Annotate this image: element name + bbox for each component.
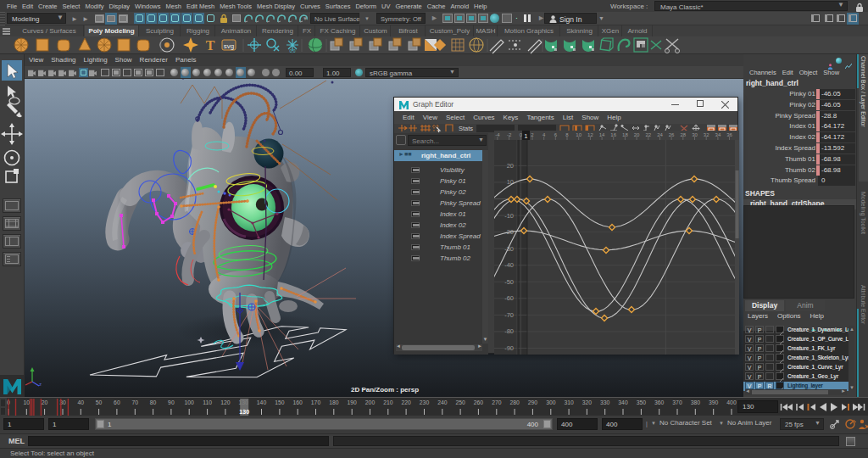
svg-text:-40: -40 <box>504 261 514 269</box>
svg-text:-2: -2 <box>507 132 512 137</box>
svg-text:380: 380 <box>691 399 701 405</box>
svg-text:310: 310 <box>564 399 574 405</box>
svg-text:36: 36 <box>726 132 732 137</box>
svg-text:16: 16 <box>610 132 616 137</box>
svg-text:70: 70 <box>132 399 139 405</box>
svg-text:320: 320 <box>582 399 593 405</box>
svg-text:100: 100 <box>185 399 195 405</box>
svg-text:50: 50 <box>96 399 103 405</box>
svg-text:18: 18 <box>622 132 628 137</box>
svg-text:12: 12 <box>587 132 593 137</box>
svg-text:60: 60 <box>114 399 120 405</box>
svg-text:20: 20 <box>507 162 514 170</box>
svg-text:-80: -80 <box>504 327 514 335</box>
svg-text:-10: -10 <box>504 212 514 220</box>
svg-text:250: 250 <box>455 399 465 405</box>
svg-text:80: 80 <box>150 399 157 405</box>
svg-text:330: 330 <box>600 399 610 405</box>
svg-text:24: 24 <box>657 132 663 137</box>
svg-text:10: 10 <box>576 132 581 137</box>
svg-text:360: 360 <box>654 399 665 405</box>
svg-text:160: 160 <box>293 399 303 405</box>
svg-text:T: T <box>206 38 215 53</box>
svg-text:260: 260 <box>474 399 484 405</box>
svg-text:z: z <box>39 382 42 387</box>
svg-text:30: 30 <box>692 132 698 137</box>
svg-text:Stats: Stats <box>459 125 473 132</box>
svg-text:1: 1 <box>525 133 528 139</box>
svg-text:170: 170 <box>311 399 321 405</box>
svg-text:-4: -4 <box>495 132 500 137</box>
svg-text:20: 20 <box>42 399 48 405</box>
svg-text:220: 220 <box>401 399 411 405</box>
svg-text:210: 210 <box>383 399 393 405</box>
svg-text:-60: -60 <box>504 294 514 302</box>
svg-text:370: 370 <box>672 399 682 405</box>
svg-text:0,0: 0,0 <box>290 48 296 53</box>
svg-text:26: 26 <box>669 132 675 137</box>
svg-text:28: 28 <box>680 132 686 137</box>
svg-text:-90: -90 <box>504 344 514 352</box>
svg-text:150: 150 <box>275 399 285 405</box>
svg-text:350: 350 <box>637 399 647 405</box>
svg-text:120: 120 <box>220 399 231 405</box>
svg-text:230: 230 <box>420 399 430 405</box>
svg-text:22: 22 <box>645 132 651 137</box>
svg-text:90: 90 <box>168 399 175 405</box>
svg-text:130: 130 <box>239 409 249 415</box>
svg-text:190: 190 <box>348 399 358 405</box>
svg-text:-50: -50 <box>504 278 514 286</box>
svg-text:140: 140 <box>257 399 267 405</box>
svg-text:390: 390 <box>709 399 719 405</box>
svg-text:32: 32 <box>704 132 709 137</box>
svg-text:20: 20 <box>634 132 640 137</box>
svg-text:340: 340 <box>618 399 628 405</box>
svg-text:300: 300 <box>546 399 556 405</box>
svg-text:280: 280 <box>509 399 520 405</box>
svg-text:200: 200 <box>365 399 376 405</box>
svg-text:svg: svg <box>224 42 234 50</box>
svg-text:110: 110 <box>203 399 212 405</box>
svg-text:180: 180 <box>329 399 339 405</box>
svg-text:400: 400 <box>726 399 737 405</box>
svg-text:240: 240 <box>437 399 448 405</box>
svg-text:10: 10 <box>24 399 31 405</box>
svg-text:-70: -70 <box>504 311 514 319</box>
svg-text:34: 34 <box>715 132 721 137</box>
svg-text:270: 270 <box>492 399 502 405</box>
svg-text:14: 14 <box>599 132 605 137</box>
svg-text:290: 290 <box>528 399 538 405</box>
svg-text:40: 40 <box>78 399 85 405</box>
